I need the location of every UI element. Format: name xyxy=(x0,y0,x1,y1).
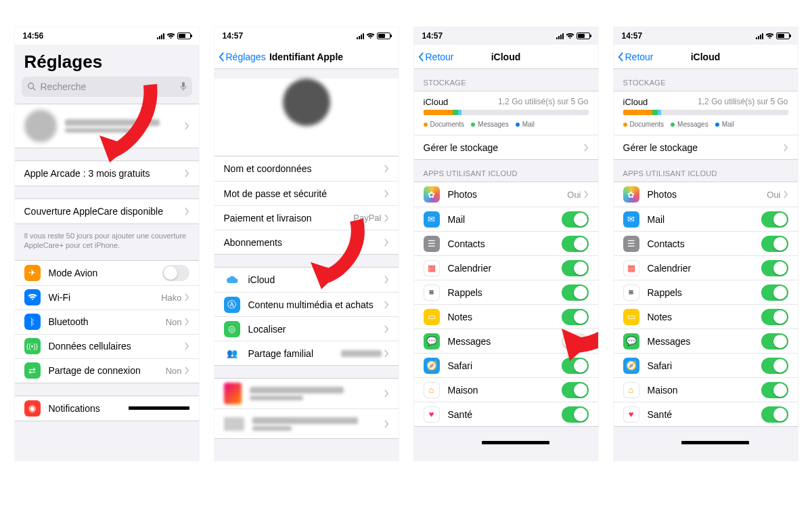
health-icon: ♥ xyxy=(424,406,440,423)
calendar-toggle[interactable] xyxy=(761,260,788,276)
safari-toggle[interactable] xyxy=(761,358,788,374)
app-row-home[interactable]: ⌂Maison xyxy=(614,377,798,402)
app-row-messages[interactable]: 💬Messages xyxy=(614,329,798,353)
contacts-toggle[interactable] xyxy=(761,236,788,252)
icloud-row[interactable]: iCloud xyxy=(215,268,399,292)
applecare-row[interactable]: Couverture AppleCare disponible xyxy=(15,199,199,224)
home-toggle[interactable] xyxy=(761,382,788,398)
promo-row[interactable]: Apple Arcade : 3 mois gratuits xyxy=(15,161,199,186)
app-row-health[interactable]: ♥Santé xyxy=(414,402,598,426)
wifi-settings-icon xyxy=(24,289,41,305)
device-row[interactable] xyxy=(215,379,399,408)
app-row-safari[interactable]: 🧭Safari xyxy=(614,353,798,377)
back-button[interactable]: Retour xyxy=(418,51,454,62)
airplane-toggle[interactable] xyxy=(162,265,189,281)
nav-bar: Retour iCloud xyxy=(614,45,798,69)
device-icon xyxy=(224,417,244,431)
airplane-row[interactable]: ✈ Mode Avion xyxy=(15,261,199,285)
chevron-right-icon xyxy=(384,301,389,309)
app-row-photos[interactable]: ✿PhotosOui xyxy=(414,182,598,207)
mail-icon: ✉ xyxy=(424,211,440,228)
app-row-reminders[interactable]: ≡Rappels xyxy=(414,280,598,304)
home-icon: ⌂ xyxy=(623,382,639,398)
payment-row[interactable]: Paiement et livraisonPayPal xyxy=(215,205,399,230)
app-row-safari[interactable]: 🧭Safari xyxy=(414,353,598,377)
calendar-icon: ▦ xyxy=(623,260,639,276)
notes-toggle[interactable] xyxy=(761,309,788,325)
messages-toggle[interactable] xyxy=(761,333,788,350)
avatar xyxy=(24,110,57,142)
home-toggle[interactable] xyxy=(562,382,589,398)
media-row[interactable]: ⒶContenu multimédia et achats xyxy=(215,292,399,316)
family-row[interactable]: 👥Partage familial xyxy=(215,341,399,365)
password-row[interactable]: Mot de passe et sécurité xyxy=(215,181,399,205)
app-row-messages[interactable]: 💬Messages xyxy=(414,329,598,353)
app-label: Safari xyxy=(448,360,562,371)
cellular-signal-icon xyxy=(157,33,164,39)
cellular-row[interactable]: ((•)) Données cellulaires xyxy=(15,334,199,358)
chevron-right-icon xyxy=(584,144,589,152)
back-button[interactable]: Retour xyxy=(618,51,654,62)
status-time: 14:56 xyxy=(23,31,44,41)
status-indicators xyxy=(157,33,191,39)
status-time: 14:57 xyxy=(223,31,244,41)
device-row[interactable] xyxy=(215,408,399,438)
calendar-icon: ▦ xyxy=(424,260,440,276)
findmy-row[interactable]: ◎Localiser xyxy=(215,316,399,341)
chevron-right-icon xyxy=(384,420,389,428)
app-row-home[interactable]: ⌂Maison xyxy=(414,377,598,402)
safari-toggle[interactable] xyxy=(562,358,589,374)
app-row-photos[interactable]: ✿PhotosOui xyxy=(614,182,798,207)
appstore-icon: Ⓐ xyxy=(224,297,240,313)
app-row-reminders[interactable]: ≡Rappels xyxy=(614,280,798,304)
notifications-row[interactable]: ◉ Notifications xyxy=(15,396,199,421)
health-toggle[interactable] xyxy=(562,406,589,423)
app-label: Maison xyxy=(448,385,562,396)
app-row-contacts[interactable]: ☰Contacts xyxy=(614,231,798,255)
app-row-health[interactable]: ♥Santé xyxy=(614,402,798,426)
app-row-contacts[interactable]: ☰Contacts xyxy=(414,231,598,255)
back-button[interactable]: Réglages xyxy=(219,51,266,62)
manage-storage-row[interactable]: Gérer le stockage xyxy=(614,135,798,159)
calendar-toggle[interactable] xyxy=(562,260,589,276)
chevron-right-icon xyxy=(784,144,788,152)
battery-icon xyxy=(776,33,790,39)
notifications-icon: ◉ xyxy=(24,400,41,417)
screen-icloud-after: 14:57 Retour iCloud Stockage iCloud1,2 G… xyxy=(614,27,798,461)
bluetooth-row[interactable]: ᛒ Bluetooth Non xyxy=(15,310,199,334)
reminders-toggle[interactable] xyxy=(562,284,589,301)
subscriptions-row[interactable]: Abonnements xyxy=(215,230,399,254)
search-input[interactable]: Recherche xyxy=(22,77,192,97)
battery-icon xyxy=(177,33,191,39)
app-label: Contacts xyxy=(448,238,562,249)
mail-toggle[interactable] xyxy=(562,211,589,228)
contacts-toggle[interactable] xyxy=(562,236,589,252)
reminders-toggle[interactable] xyxy=(761,284,788,301)
svg-line-1 xyxy=(32,88,35,91)
hotspot-row[interactable]: ⇄ Partage de connexion Non xyxy=(15,358,199,383)
chevron-right-icon xyxy=(384,325,389,333)
apple-id-row[interactable] xyxy=(15,104,199,148)
storage-header: Stockage xyxy=(614,69,798,91)
wifi-row[interactable]: Wi-Fi Hako xyxy=(15,285,199,310)
storage-summary: iCloud1,2 Go utilisé(s) sur 5 Go Documen… xyxy=(614,91,798,135)
app-label: Notes xyxy=(448,312,562,322)
app-row-notes[interactable]: ▭Notes xyxy=(414,304,598,329)
name-row[interactable]: Nom et coordonnées xyxy=(215,156,399,181)
storage-legend: Documents Messages Mail xyxy=(623,121,788,128)
manage-storage-row[interactable]: Gérer le stockage xyxy=(414,135,598,159)
messages-toggle[interactable] xyxy=(562,333,589,350)
photos-icon: ✿ xyxy=(623,186,639,203)
notes-toggle[interactable] xyxy=(562,309,589,325)
mail-toggle[interactable] xyxy=(761,211,788,228)
app-row-calendar[interactable]: ▦Calendrier xyxy=(614,255,798,280)
app-row-notes[interactable]: ▭Notes xyxy=(614,304,798,329)
app-row-calendar[interactable]: ▦Calendrier xyxy=(414,255,598,280)
nav-bar: Réglages Identifiant Apple xyxy=(215,45,399,69)
app-label: Calendrier xyxy=(648,263,761,274)
chevron-right-icon xyxy=(185,318,189,326)
app-row-mail[interactable]: ✉Mail xyxy=(414,207,598,231)
health-toggle[interactable] xyxy=(761,406,788,423)
app-row-mail[interactable]: ✉Mail xyxy=(614,207,798,231)
contacts-icon: ☰ xyxy=(623,236,639,252)
